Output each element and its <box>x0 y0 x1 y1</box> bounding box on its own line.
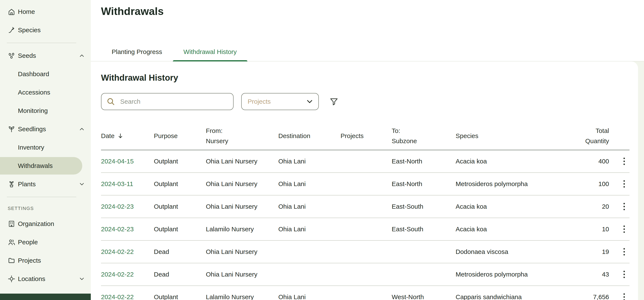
table-row: 2024-02-23 Outplant Ohia Lani Nursery Oh… <box>101 195 630 218</box>
cell-species: Metrosideros polymorpha <box>456 271 554 278</box>
sidebar-item-accessions[interactable]: Accessions <box>0 83 91 102</box>
sidebar-item-dashboard[interactable]: Dashboard <box>0 65 91 83</box>
cell-from-nursery: Lalamilo Nursery <box>206 226 278 233</box>
sidebar-item-inventory[interactable]: Inventory <box>0 138 91 157</box>
search-box[interactable] <box>101 93 234 110</box>
cell-actions <box>609 269 630 280</box>
sidebar-item-people[interactable]: People <box>0 233 91 251</box>
cell-to-subzone: East-North <box>392 180 456 188</box>
row-actions-button[interactable] <box>620 246 628 257</box>
sidebar-group-seeds[interactable]: Seeds <box>0 47 91 65</box>
cell-destination: Ohia Lani <box>278 158 340 165</box>
sort-descending-icon <box>118 133 124 139</box>
sidebar-item-label: Dashboard <box>18 70 49 78</box>
cell-purpose: Outplant <box>154 203 206 210</box>
tab-planting-progress[interactable]: Planting Progress <box>101 45 173 61</box>
sidebar-item-monitoring[interactable]: Monitoring <box>0 102 91 120</box>
sidebar-divider <box>7 43 76 43</box>
sidebar-item-label: Home <box>18 8 35 15</box>
filter-button[interactable] <box>328 96 340 107</box>
table-header-row: Date Purpose From: Nursery Destination P… <box>101 123 630 150</box>
column-header-total-quantity[interactable]: Total Quantity <box>554 126 609 146</box>
sidebar-group-seedlings[interactable]: Seedlings <box>0 120 91 138</box>
withdrawal-date-link[interactable]: 2024-02-22 <box>101 271 154 278</box>
cell-total-quantity: 10 <box>554 226 609 233</box>
cell-species: Acacia koa <box>456 226 554 233</box>
sidebar-group-plants[interactable]: Plants <box>0 175 91 193</box>
sidebar-group-label: Plants <box>18 181 36 188</box>
chevron-down-icon <box>79 276 85 282</box>
kebab-menu-icon <box>623 180 625 188</box>
row-actions-button[interactable] <box>620 201 628 212</box>
withdrawal-date-link[interactable]: 2024-02-22 <box>101 293 154 300</box>
table-row: 2024-02-23 Outplant Lalamilo Nursery Ohi… <box>101 218 630 241</box>
cell-total-quantity: 19 <box>554 248 609 255</box>
cell-actions <box>609 201 630 212</box>
sidebar-item-withdrawals[interactable]: Withdrawals <box>0 157 82 175</box>
column-header-projects[interactable]: Projects <box>340 131 392 141</box>
withdrawals-table: Date Purpose From: Nursery Destination P… <box>101 123 630 300</box>
projects-filter-label: Projects <box>248 98 271 105</box>
organization-icon <box>8 220 15 228</box>
search-icon <box>106 97 115 106</box>
row-actions-button[interactable] <box>620 269 628 280</box>
column-label: Species <box>456 131 478 141</box>
cell-purpose: Outplant <box>154 226 206 233</box>
settings-section-label: SETTINGS <box>0 201 91 215</box>
cell-purpose: Outplant <box>154 158 206 165</box>
sidebar-item-organization[interactable]: Organization <box>0 215 91 233</box>
chevron-up-icon <box>79 126 85 132</box>
table-row: 2024-02-22 Outplant Lalamilo Nursery Ohi… <box>101 286 630 300</box>
cell-from-nursery: Ohia Lani Nursery <box>206 180 278 188</box>
column-header-destination[interactable]: Destination <box>278 131 340 141</box>
tab-withdrawal-history[interactable]: Withdrawal History <box>173 45 248 61</box>
kebab-menu-icon <box>623 157 625 165</box>
row-actions-button[interactable] <box>620 292 628 300</box>
sidebar-divider <box>7 197 76 197</box>
column-header-date[interactable]: Date <box>101 131 154 141</box>
projects-filter-dropdown[interactable]: Projects <box>241 93 319 110</box>
sidebar-item-label: People <box>18 239 38 246</box>
row-actions-button[interactable] <box>620 224 628 234</box>
withdrawal-date-link[interactable]: 2024-04-15 <box>101 158 154 165</box>
column-label: To: <box>392 126 400 136</box>
sidebar-item-label: Withdrawals <box>18 162 53 170</box>
column-header-from-nursery[interactable]: From: Nursery <box>206 126 278 146</box>
cell-species: Metrosideros polymorpha <box>456 180 554 188</box>
people-icon <box>8 238 15 246</box>
kebab-menu-icon <box>623 270 625 278</box>
withdrawal-date-link[interactable]: 2024-02-23 <box>101 226 154 233</box>
column-label: From: <box>206 126 222 136</box>
content-background: Withdrawal History Projects <box>91 61 644 300</box>
cell-destination: Ohia Lani <box>278 203 340 210</box>
column-header-to-subzone[interactable]: To: Subzone <box>392 126 456 146</box>
kebab-menu-icon <box>623 248 625 256</box>
sidebar-item-projects[interactable]: Projects <box>0 251 91 270</box>
search-input[interactable] <box>119 97 228 106</box>
column-label: Total <box>596 126 609 136</box>
withdrawal-date-link[interactable]: 2024-02-23 <box>101 203 154 210</box>
sidebar-item-home[interactable]: Home <box>0 3 91 21</box>
cell-actions <box>609 224 630 234</box>
cell-from-nursery: Lalamilo Nursery <box>206 293 278 300</box>
sidebar-item-label: Projects <box>18 257 41 264</box>
withdrawal-date-link[interactable]: 2024-03-11 <box>101 180 154 188</box>
sidebar-item-species[interactable]: Species <box>0 21 91 39</box>
app-root: Home Species Seeds Dashboard Accessions … <box>0 0 644 300</box>
locations-icon <box>8 275 15 283</box>
tab-bar: Planting Progress Withdrawal History <box>91 45 644 61</box>
withdrawal-date-link[interactable]: 2024-02-22 <box>101 248 154 255</box>
sidebar-group-label: Seedlings <box>18 125 46 133</box>
row-actions-button[interactable] <box>620 179 628 189</box>
sidebar-item-locations[interactable]: Locations <box>0 270 91 288</box>
row-actions-button[interactable] <box>620 156 628 167</box>
kebab-menu-icon <box>623 225 625 233</box>
kebab-menu-icon <box>623 203 625 211</box>
cell-species: Acacia koa <box>456 203 554 210</box>
sidebar-item-label: Locations <box>18 275 45 282</box>
column-header-purpose[interactable]: Purpose <box>154 131 206 141</box>
column-header-species[interactable]: Species <box>456 131 554 141</box>
filter-row: Projects <box>101 93 630 110</box>
chevron-up-icon <box>79 53 85 59</box>
home-icon <box>8 8 15 16</box>
